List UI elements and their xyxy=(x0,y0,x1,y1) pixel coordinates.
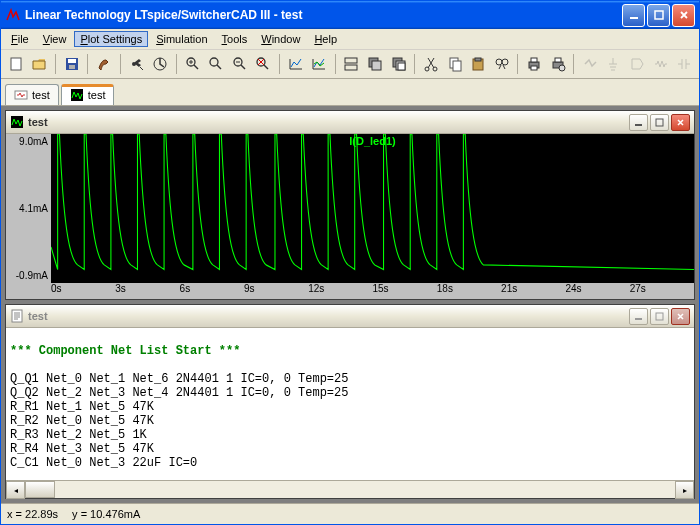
svg-rect-18 xyxy=(398,63,405,70)
x-tick: 3s xyxy=(115,283,179,299)
maximize-button[interactable] xyxy=(647,4,670,27)
menu-view[interactable]: View xyxy=(37,31,73,47)
svg-point-25 xyxy=(496,59,502,65)
netlist-close-button[interactable] xyxy=(671,308,690,325)
zoom-fit-button[interactable] xyxy=(252,52,274,76)
svg-point-32 xyxy=(559,65,565,71)
tab-label: test xyxy=(32,89,50,101)
zoom-in-button[interactable] xyxy=(182,52,204,76)
svg-rect-13 xyxy=(345,65,357,70)
status-y: y = 10.476mA xyxy=(72,508,140,520)
tabstrip: test test xyxy=(1,79,699,106)
plot-minimize-button[interactable] xyxy=(629,114,648,131)
open-button[interactable] xyxy=(29,52,51,76)
label-net-button[interactable] xyxy=(626,52,648,76)
netlist-maximize-button[interactable] xyxy=(650,308,669,325)
tab-waveform[interactable]: test xyxy=(61,84,115,105)
plot-x-axis[interactable]: 0s 3s 6s 9s 12s 15s 18s 21s 24s 27s xyxy=(51,283,694,299)
netlist-line: R_R3 Net_2 Net_5 1K xyxy=(10,428,147,442)
menu-help[interactable]: Help xyxy=(308,31,343,47)
netlist-window-titlebar[interactable]: test xyxy=(6,305,694,328)
netlist-hscrollbar[interactable]: ◂ ▸ xyxy=(6,480,694,498)
netlist-header: *** Component Net List Start *** xyxy=(10,344,240,358)
print-setup-button[interactable] xyxy=(547,52,569,76)
paste-button[interactable] xyxy=(467,52,489,76)
netlist-line: Q_Q1 Net_0 Net_1 Net_6 2N4401 1 IC=0, 0 … xyxy=(10,372,348,386)
x-tick: 9s xyxy=(244,283,308,299)
menubar: File View Plot Settings Simulation Tools… xyxy=(1,29,699,50)
y-tick: 9.0mA xyxy=(19,136,48,147)
netlist-minimize-button[interactable] xyxy=(629,308,648,325)
scroll-track[interactable] xyxy=(25,481,675,498)
x-tick: 18s xyxy=(437,283,501,299)
find-button[interactable] xyxy=(491,52,513,76)
x-tick: 6s xyxy=(180,283,244,299)
svg-rect-2 xyxy=(11,58,21,70)
plot-y-axis[interactable]: 9.0mA 4.1mA -0.9mA xyxy=(6,134,51,299)
netlist-window: test *** Component Net List Start *** Q_… xyxy=(5,304,695,499)
app-window: Linear Technology LTspice/SwitcherCAD II… xyxy=(0,0,700,525)
resistor-button[interactable] xyxy=(650,52,672,76)
run-button[interactable] xyxy=(126,52,148,76)
close-window-button[interactable] xyxy=(388,52,410,76)
close-button[interactable] xyxy=(672,4,695,27)
app-icon xyxy=(5,7,21,23)
plot-canvas[interactable]: I(D_led1) xyxy=(51,134,694,283)
save-button[interactable] xyxy=(61,52,83,76)
svg-point-19 xyxy=(425,67,429,71)
zoom-out-button[interactable] xyxy=(229,52,251,76)
netlist-line: R_R1 Net_1 Net_5 47K xyxy=(10,400,154,414)
tab-schematic[interactable]: test xyxy=(5,84,59,105)
app-title: Linear Technology LTspice/SwitcherCAD II… xyxy=(25,8,622,22)
menu-plot-settings[interactable]: Plot Settings xyxy=(74,31,148,47)
control-panel-button[interactable] xyxy=(93,52,115,76)
svg-rect-12 xyxy=(345,58,357,63)
schematic-icon xyxy=(14,88,28,102)
svg-rect-24 xyxy=(475,58,481,61)
menu-simulation[interactable]: Simulation xyxy=(150,31,213,47)
x-tick: 21s xyxy=(501,283,565,299)
scroll-right-button[interactable]: ▸ xyxy=(675,481,694,499)
scroll-thumb[interactable] xyxy=(25,481,55,498)
waveform-icon xyxy=(10,115,24,129)
plot-area[interactable]: 9.0mA 4.1mA -0.9mA I(D_led1) 0s 3s 6s xyxy=(6,134,694,299)
draw-wire-button[interactable] xyxy=(579,52,601,76)
add-trace-button[interactable] xyxy=(308,52,330,76)
plot-window-titlebar[interactable]: test xyxy=(6,111,694,134)
waveform-icon xyxy=(70,88,84,102)
svg-rect-4 xyxy=(68,59,76,63)
svg-rect-5 xyxy=(69,65,75,69)
netlist-line: R_R2 Net_0 Net_5 47K xyxy=(10,414,154,428)
titlebar[interactable]: Linear Technology LTspice/SwitcherCAD II… xyxy=(1,1,699,29)
halt-button[interactable] xyxy=(149,52,171,76)
ground-button[interactable] xyxy=(603,52,625,76)
svg-rect-1 xyxy=(655,11,663,19)
mdi-area: test 9.0mA 4.1mA -0.9mA I(D_led1) xyxy=(1,106,699,503)
menu-window[interactable]: Window xyxy=(255,31,306,47)
netlist-text[interactable]: *** Component Net List Start *** Q_Q1 Ne… xyxy=(6,328,694,480)
scroll-left-button[interactable]: ◂ xyxy=(6,481,25,499)
tile-windows-button[interactable] xyxy=(341,52,363,76)
netlist-line: R_R4 Net_3 Net_5 47K xyxy=(10,442,154,456)
window-buttons xyxy=(622,4,695,27)
svg-rect-22 xyxy=(453,61,461,71)
minimize-button[interactable] xyxy=(622,4,645,27)
copy-button[interactable] xyxy=(444,52,466,76)
menu-file[interactable]: File xyxy=(5,31,35,47)
autorange-button[interactable] xyxy=(285,52,307,76)
menu-tools[interactable]: Tools xyxy=(216,31,254,47)
x-tick: 12s xyxy=(308,283,372,299)
capacitor-button[interactable] xyxy=(673,52,695,76)
svg-rect-0 xyxy=(630,17,638,19)
plot-close-button[interactable] xyxy=(671,114,690,131)
new-schematic-button[interactable] xyxy=(5,52,27,76)
cut-button[interactable] xyxy=(420,52,442,76)
zoom-pan-button[interactable] xyxy=(205,52,227,76)
statusbar: x = 22.89s y = 10.476mA xyxy=(1,503,699,524)
svg-rect-31 xyxy=(555,58,561,62)
plot-maximize-button[interactable] xyxy=(650,114,669,131)
cascade-windows-button[interactable] xyxy=(364,52,386,76)
svg-point-26 xyxy=(502,59,508,65)
print-button[interactable] xyxy=(523,52,545,76)
svg-rect-29 xyxy=(531,66,537,70)
